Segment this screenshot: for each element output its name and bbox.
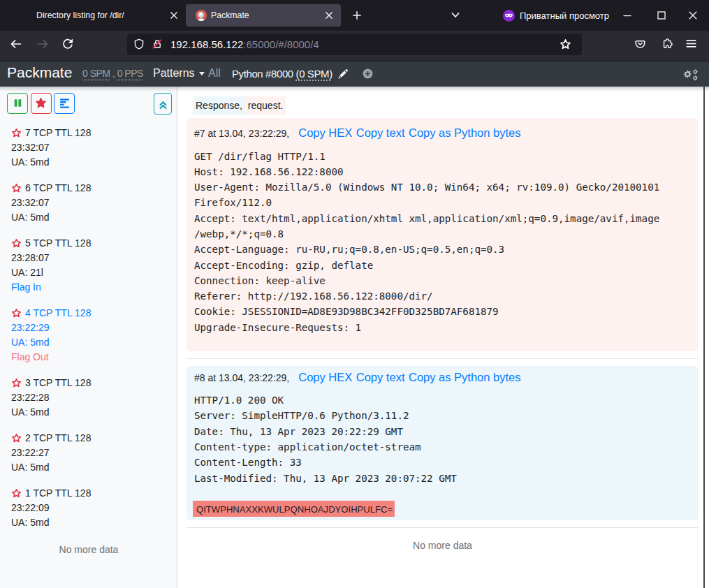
packet-request: #7 at 13.04, 23:22:29,Copy HEXCopy textC… xyxy=(187,118,699,351)
filter-all[interactable]: All xyxy=(208,67,221,80)
stream-item[interactable]: 3 TCP TTL 12823:22:28UA: 5md xyxy=(11,376,166,420)
stream-item[interactable]: 5 TCP TTL 12823:28:07UA: 21lFlag In xyxy=(11,236,166,295)
copy-action-hex[interactable]: Copy HEX xyxy=(298,126,352,139)
matched-pattern-highlight: QITWPHNAXXKWULPQNHOAJDYOIHPULFC= xyxy=(193,501,395,517)
stream-item[interactable]: 4 TCP TTL 12823:22:29UA: 5mdFlag Out xyxy=(11,306,166,365)
streams-no-more-data: No more data xyxy=(11,543,166,557)
stream-item[interactable]: 6 TCP TTL 12823:32:07UA: 5md xyxy=(11,181,166,225)
legend-request: request. xyxy=(245,96,286,115)
stream-user-agent: UA: 5md xyxy=(11,515,166,530)
stream-title: 1 TCP TTL 128 xyxy=(25,486,91,501)
private-mask-icon xyxy=(503,10,515,22)
copy-action-text[interactable]: Copy text xyxy=(356,126,405,139)
packet-divider xyxy=(187,358,699,359)
packmate-favicon-icon xyxy=(196,10,207,21)
settings-gears-icon[interactable] xyxy=(681,68,699,82)
bookmark-star-icon[interactable] xyxy=(560,38,571,50)
copy-action-hex[interactable]: Copy HEX xyxy=(298,371,352,383)
list-view-button[interactable] xyxy=(54,93,75,114)
pause-capture-button[interactable] xyxy=(7,93,28,114)
favorite-star-icon[interactable] xyxy=(11,238,22,249)
stream-flag-out: Flag Out xyxy=(11,350,166,365)
stream-title: 5 TCP TTL 128 xyxy=(25,236,91,251)
stream-user-agent: UA: 5md xyxy=(11,460,166,475)
copy-action-text[interactable]: Copy text xyxy=(356,371,405,383)
favorite-star-icon[interactable] xyxy=(11,433,22,443)
tab-title: Packmate xyxy=(211,10,249,20)
favorite-star-icon[interactable] xyxy=(11,378,22,388)
pocket-icon[interactable] xyxy=(634,38,646,50)
packet-view: Response, request. #7 at 13.04, 23:22:29… xyxy=(177,87,703,588)
browser-titlebar: Directory listing for /dir/ Packmate xyxy=(0,0,709,31)
stream-user-agent: UA: 5md xyxy=(11,210,166,225)
stream-user-agent: UA: 5md xyxy=(11,335,166,350)
direction-legend: Response, request. xyxy=(193,97,286,114)
favorite-star-icon[interactable] xyxy=(11,488,22,499)
tab-close-icon[interactable] xyxy=(168,10,180,21)
copy-action-python[interactable]: Copy as Python bytes xyxy=(409,371,521,383)
new-tab-button[interactable] xyxy=(351,10,363,21)
menu-hamburger-icon[interactable] xyxy=(685,38,697,50)
extensions-puzzle-icon[interactable] xyxy=(661,38,673,50)
packmate-header: Packmate 0 SPM , 0 PPS Patterns All Pyth… xyxy=(0,61,709,87)
tracking-shield-icon[interactable] xyxy=(133,38,145,50)
window-maximize-button[interactable] xyxy=(657,10,666,20)
stream-item[interactable]: 1 TCP TTL 12823:22:09UA: 5md xyxy=(11,486,166,530)
tab-title: Directory listing for /dir/ xyxy=(36,10,124,20)
window-close-button[interactable] xyxy=(688,10,698,20)
add-service-button[interactable] xyxy=(363,68,373,79)
packet-id-timestamp: #7 at 13.04, 23:22:29, xyxy=(194,128,289,139)
stream-title: 6 TCP TTL 128 xyxy=(25,181,91,196)
browser-tab-directory-listing[interactable]: Directory listing for /dir/ xyxy=(11,4,184,27)
app-brand[interactable]: Packmate xyxy=(7,64,72,81)
packet-content: GET /dir/flag HTTP/1.1 Host: 192.168.56.… xyxy=(194,149,691,349)
url-text[interactable]: 192.168.56.122:65000/#/8000/4 xyxy=(170,34,319,55)
stream-user-agent: UA: 21l xyxy=(11,265,166,280)
stream-flag-in: Flag In xyxy=(11,280,166,295)
traffic-stats: 0 SPM , 0 PPS xyxy=(82,68,143,79)
favorite-star-icon[interactable] xyxy=(11,183,22,193)
tab-list-chevron-icon[interactable] xyxy=(450,11,461,20)
collapse-sidebar-button[interactable] xyxy=(154,93,172,115)
service-spm-counter: (0 SPM) xyxy=(296,68,332,80)
streams-sidebar: 7 TCP TTL 12823:32:07UA: 5md6 TCP TTL 12… xyxy=(0,87,177,588)
window-minimize-button[interactable] xyxy=(622,10,632,20)
stream-title: 3 TCP TTL 128 xyxy=(25,376,91,390)
copy-action-python[interactable]: Copy as Python bytes xyxy=(409,126,521,139)
stream-time: 23:22:27 xyxy=(11,446,166,460)
scrollbar-gutter[interactable] xyxy=(703,87,709,588)
stream-title: 4 TCP TTL 128 xyxy=(25,306,91,321)
packet-content: HTTP/1.0 200 OK Server: SimpleHTTP/0.6 P… xyxy=(194,392,691,517)
favorite-star-icon[interactable] xyxy=(11,128,22,138)
caret-down-icon xyxy=(199,72,205,75)
favorites-filter-button[interactable] xyxy=(31,93,52,114)
stream-time: 23:22:29 xyxy=(11,321,166,335)
packet-divider xyxy=(187,527,699,528)
patterns-dropdown[interactable]: Patterns xyxy=(153,67,205,80)
stream-list: 7 TCP TTL 12823:32:07UA: 5md6 TCP TTL 12… xyxy=(11,126,166,557)
url-bar[interactable]: 192.168.56.122:65000/#/8000/4 xyxy=(127,34,582,55)
nav-forward-button[interactable] xyxy=(36,38,49,50)
insecure-lock-icon[interactable] xyxy=(152,38,163,50)
stream-time: 23:32:07 xyxy=(11,140,166,155)
stream-user-agent: UA: 5md xyxy=(11,155,166,170)
stream-time: 23:32:07 xyxy=(11,196,166,210)
legend-response: Response, xyxy=(193,96,245,115)
browser-tab-packmate[interactable]: Packmate xyxy=(186,4,341,27)
pps-counter: 0 PPS xyxy=(117,68,143,79)
packet-id-timestamp: #8 at 13.04, 23:22:29, xyxy=(194,372,289,383)
tab-close-icon[interactable] xyxy=(323,10,335,21)
stream-time: 23:22:28 xyxy=(11,390,166,405)
stream-item[interactable]: 7 TCP TTL 12823:32:07UA: 5md xyxy=(11,126,166,170)
stream-item[interactable]: 2 TCP TTL 12823:22:27UA: 5md xyxy=(11,431,166,475)
stream-title: 2 TCP TTL 128 xyxy=(25,431,91,446)
packet-response: #8 at 13.04, 23:22:29,Copy HEXCopy textC… xyxy=(187,366,699,520)
nav-back-button[interactable] xyxy=(10,38,22,50)
stream-user-agent: UA: 5md xyxy=(11,405,166,420)
service-tab-python-8000[interactable]: Python #8000 (0 SPM) xyxy=(232,68,332,80)
private-browsing-badge: Приватный просмотр xyxy=(503,10,609,22)
favorite-star-icon[interactable] xyxy=(11,308,22,318)
edit-service-pencil-icon[interactable] xyxy=(337,68,349,80)
nav-reload-button[interactable] xyxy=(61,38,74,50)
stream-time: 23:22:09 xyxy=(11,501,166,515)
